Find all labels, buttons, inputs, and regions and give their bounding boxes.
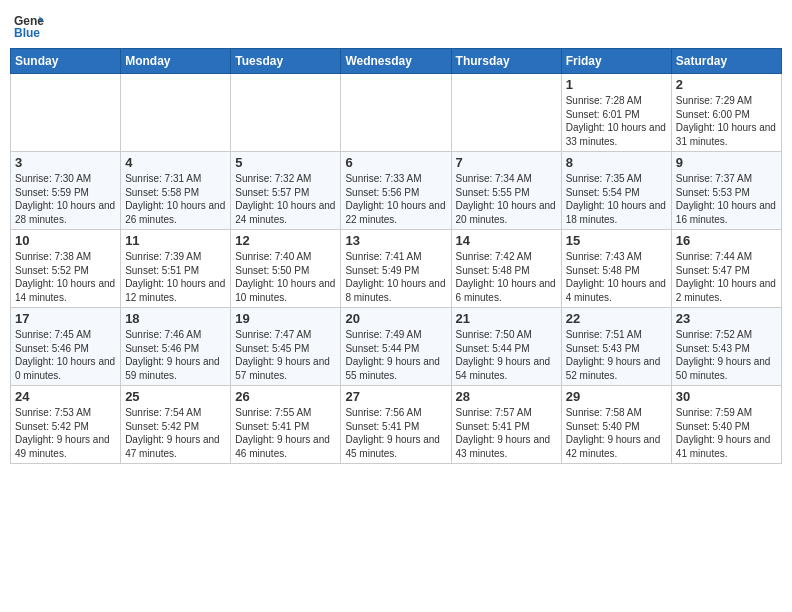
calendar-cell: 26Sunrise: 7:55 AM Sunset: 5:41 PM Dayli…	[231, 386, 341, 464]
day-info: Sunrise: 7:49 AM Sunset: 5:44 PM Dayligh…	[345, 328, 446, 382]
day-number: 5	[235, 155, 336, 170]
calendar-cell: 28Sunrise: 7:57 AM Sunset: 5:41 PM Dayli…	[451, 386, 561, 464]
weekday-header-tuesday: Tuesday	[231, 49, 341, 74]
calendar-cell: 19Sunrise: 7:47 AM Sunset: 5:45 PM Dayli…	[231, 308, 341, 386]
calendar-week-row: 17Sunrise: 7:45 AM Sunset: 5:46 PM Dayli…	[11, 308, 782, 386]
day-info: Sunrise: 7:41 AM Sunset: 5:49 PM Dayligh…	[345, 250, 446, 304]
day-info: Sunrise: 7:31 AM Sunset: 5:58 PM Dayligh…	[125, 172, 226, 226]
calendar-cell: 16Sunrise: 7:44 AM Sunset: 5:47 PM Dayli…	[671, 230, 781, 308]
day-number: 14	[456, 233, 557, 248]
calendar-cell: 4Sunrise: 7:31 AM Sunset: 5:58 PM Daylig…	[121, 152, 231, 230]
svg-text:Blue: Blue	[14, 26, 40, 40]
day-number: 26	[235, 389, 336, 404]
day-info: Sunrise: 7:39 AM Sunset: 5:51 PM Dayligh…	[125, 250, 226, 304]
calendar-week-row: 10Sunrise: 7:38 AM Sunset: 5:52 PM Dayli…	[11, 230, 782, 308]
calendar-cell: 11Sunrise: 7:39 AM Sunset: 5:51 PM Dayli…	[121, 230, 231, 308]
weekday-header-sunday: Sunday	[11, 49, 121, 74]
calendar-cell: 22Sunrise: 7:51 AM Sunset: 5:43 PM Dayli…	[561, 308, 671, 386]
day-info: Sunrise: 7:47 AM Sunset: 5:45 PM Dayligh…	[235, 328, 336, 382]
day-info: Sunrise: 7:59 AM Sunset: 5:40 PM Dayligh…	[676, 406, 777, 460]
calendar-cell: 29Sunrise: 7:58 AM Sunset: 5:40 PM Dayli…	[561, 386, 671, 464]
day-info: Sunrise: 7:53 AM Sunset: 5:42 PM Dayligh…	[15, 406, 116, 460]
day-number: 18	[125, 311, 226, 326]
day-info: Sunrise: 7:38 AM Sunset: 5:52 PM Dayligh…	[15, 250, 116, 304]
day-info: Sunrise: 7:56 AM Sunset: 5:41 PM Dayligh…	[345, 406, 446, 460]
day-info: Sunrise: 7:35 AM Sunset: 5:54 PM Dayligh…	[566, 172, 667, 226]
day-number: 7	[456, 155, 557, 170]
calendar-cell: 1Sunrise: 7:28 AM Sunset: 6:01 PM Daylig…	[561, 74, 671, 152]
weekday-header-monday: Monday	[121, 49, 231, 74]
calendar-cell: 7Sunrise: 7:34 AM Sunset: 5:55 PM Daylig…	[451, 152, 561, 230]
day-info: Sunrise: 7:30 AM Sunset: 5:59 PM Dayligh…	[15, 172, 116, 226]
day-info: Sunrise: 7:55 AM Sunset: 5:41 PM Dayligh…	[235, 406, 336, 460]
day-number: 27	[345, 389, 446, 404]
logo-icon: General Blue	[14, 10, 44, 40]
calendar-cell: 23Sunrise: 7:52 AM Sunset: 5:43 PM Dayli…	[671, 308, 781, 386]
calendar-cell: 25Sunrise: 7:54 AM Sunset: 5:42 PM Dayli…	[121, 386, 231, 464]
day-info: Sunrise: 7:43 AM Sunset: 5:48 PM Dayligh…	[566, 250, 667, 304]
calendar-cell: 18Sunrise: 7:46 AM Sunset: 5:46 PM Dayli…	[121, 308, 231, 386]
day-number: 16	[676, 233, 777, 248]
weekday-header-thursday: Thursday	[451, 49, 561, 74]
day-info: Sunrise: 7:40 AM Sunset: 5:50 PM Dayligh…	[235, 250, 336, 304]
day-info: Sunrise: 7:37 AM Sunset: 5:53 PM Dayligh…	[676, 172, 777, 226]
day-number: 25	[125, 389, 226, 404]
weekday-header-wednesday: Wednesday	[341, 49, 451, 74]
day-info: Sunrise: 7:29 AM Sunset: 6:00 PM Dayligh…	[676, 94, 777, 148]
day-number: 13	[345, 233, 446, 248]
day-info: Sunrise: 7:34 AM Sunset: 5:55 PM Dayligh…	[456, 172, 557, 226]
calendar-cell: 21Sunrise: 7:50 AM Sunset: 5:44 PM Dayli…	[451, 308, 561, 386]
day-number: 9	[676, 155, 777, 170]
calendar-cell: 5Sunrise: 7:32 AM Sunset: 5:57 PM Daylig…	[231, 152, 341, 230]
day-number: 4	[125, 155, 226, 170]
day-number: 8	[566, 155, 667, 170]
weekday-header-friday: Friday	[561, 49, 671, 74]
day-info: Sunrise: 7:42 AM Sunset: 5:48 PM Dayligh…	[456, 250, 557, 304]
weekday-header-row: SundayMondayTuesdayWednesdayThursdayFrid…	[11, 49, 782, 74]
day-number: 24	[15, 389, 116, 404]
day-info: Sunrise: 7:46 AM Sunset: 5:46 PM Dayligh…	[125, 328, 226, 382]
day-info: Sunrise: 7:52 AM Sunset: 5:43 PM Dayligh…	[676, 328, 777, 382]
calendar-cell: 27Sunrise: 7:56 AM Sunset: 5:41 PM Dayli…	[341, 386, 451, 464]
calendar-cell: 15Sunrise: 7:43 AM Sunset: 5:48 PM Dayli…	[561, 230, 671, 308]
calendar-week-row: 3Sunrise: 7:30 AM Sunset: 5:59 PM Daylig…	[11, 152, 782, 230]
day-info: Sunrise: 7:51 AM Sunset: 5:43 PM Dayligh…	[566, 328, 667, 382]
calendar-cell: 2Sunrise: 7:29 AM Sunset: 6:00 PM Daylig…	[671, 74, 781, 152]
calendar-cell: 30Sunrise: 7:59 AM Sunset: 5:40 PM Dayli…	[671, 386, 781, 464]
calendar-table: SundayMondayTuesdayWednesdayThursdayFrid…	[10, 48, 782, 464]
calendar-week-row: 24Sunrise: 7:53 AM Sunset: 5:42 PM Dayli…	[11, 386, 782, 464]
day-number: 12	[235, 233, 336, 248]
weekday-header-saturday: Saturday	[671, 49, 781, 74]
day-info: Sunrise: 7:50 AM Sunset: 5:44 PM Dayligh…	[456, 328, 557, 382]
day-info: Sunrise: 7:45 AM Sunset: 5:46 PM Dayligh…	[15, 328, 116, 382]
day-number: 21	[456, 311, 557, 326]
day-number: 1	[566, 77, 667, 92]
day-number: 10	[15, 233, 116, 248]
day-info: Sunrise: 7:44 AM Sunset: 5:47 PM Dayligh…	[676, 250, 777, 304]
day-number: 19	[235, 311, 336, 326]
calendar-cell: 17Sunrise: 7:45 AM Sunset: 5:46 PM Dayli…	[11, 308, 121, 386]
day-number: 11	[125, 233, 226, 248]
logo: General Blue	[14, 10, 48, 40]
day-number: 20	[345, 311, 446, 326]
day-number: 2	[676, 77, 777, 92]
calendar-cell: 14Sunrise: 7:42 AM Sunset: 5:48 PM Dayli…	[451, 230, 561, 308]
day-info: Sunrise: 7:28 AM Sunset: 6:01 PM Dayligh…	[566, 94, 667, 148]
calendar-cell	[11, 74, 121, 152]
day-number: 28	[456, 389, 557, 404]
calendar-cell: 10Sunrise: 7:38 AM Sunset: 5:52 PM Dayli…	[11, 230, 121, 308]
day-info: Sunrise: 7:33 AM Sunset: 5:56 PM Dayligh…	[345, 172, 446, 226]
calendar-cell: 24Sunrise: 7:53 AM Sunset: 5:42 PM Dayli…	[11, 386, 121, 464]
day-number: 22	[566, 311, 667, 326]
day-number: 17	[15, 311, 116, 326]
calendar-cell: 12Sunrise: 7:40 AM Sunset: 5:50 PM Dayli…	[231, 230, 341, 308]
day-number: 23	[676, 311, 777, 326]
day-number: 29	[566, 389, 667, 404]
day-info: Sunrise: 7:57 AM Sunset: 5:41 PM Dayligh…	[456, 406, 557, 460]
calendar-cell: 3Sunrise: 7:30 AM Sunset: 5:59 PM Daylig…	[11, 152, 121, 230]
calendar-cell: 13Sunrise: 7:41 AM Sunset: 5:49 PM Dayli…	[341, 230, 451, 308]
calendar-cell: 6Sunrise: 7:33 AM Sunset: 5:56 PM Daylig…	[341, 152, 451, 230]
calendar-cell	[121, 74, 231, 152]
day-info: Sunrise: 7:54 AM Sunset: 5:42 PM Dayligh…	[125, 406, 226, 460]
day-info: Sunrise: 7:32 AM Sunset: 5:57 PM Dayligh…	[235, 172, 336, 226]
